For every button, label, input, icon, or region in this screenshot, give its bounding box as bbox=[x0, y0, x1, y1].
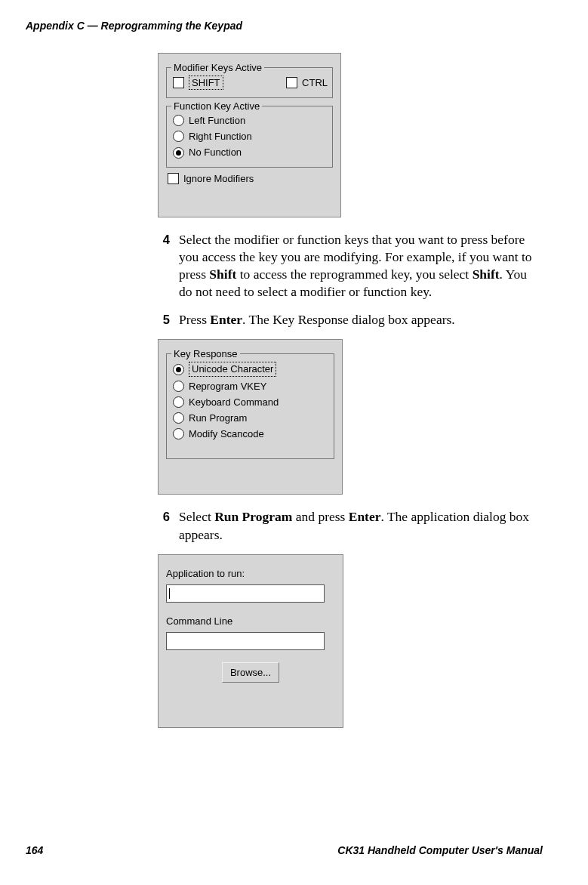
run-program-label: Run Program bbox=[189, 412, 247, 424]
step-5-text: Press Enter. The Key Response dialog box… bbox=[179, 311, 535, 328]
text-caret bbox=[169, 588, 170, 599]
no-function-radio[interactable] bbox=[173, 147, 184, 159]
step-6-text: Select Run Program and press Enter. The … bbox=[179, 508, 535, 543]
key-response-group: Key Response Unicode Character Reprogram… bbox=[166, 353, 334, 459]
reprogram-vkey-label: Reprogram VKEY bbox=[189, 380, 266, 393]
unicode-character-label: Unicode Character bbox=[189, 362, 276, 376]
step-5: 5 Press Enter. The Key Response dialog b… bbox=[158, 311, 535, 328]
ignore-modifiers-label: Ignore Modifiers bbox=[183, 172, 254, 185]
shift-label: SHIFT bbox=[189, 76, 223, 90]
function-key-group: Function Key Active Left Function Right … bbox=[166, 106, 333, 167]
browse-button[interactable]: Browse... bbox=[222, 662, 279, 683]
step-4-number: 4 bbox=[158, 231, 170, 301]
unicode-character-radio[interactable] bbox=[173, 364, 184, 375]
main-content: Modifier Keys Active SHIFT CTRL Function… bbox=[158, 53, 535, 728]
command-line-input[interactable] bbox=[166, 632, 325, 650]
run-program-radio[interactable] bbox=[173, 412, 184, 424]
modify-scancode-label: Modify Scancode bbox=[189, 427, 264, 440]
key-response-dialog-screenshot: Key Response Unicode Character Reprogram… bbox=[158, 339, 343, 495]
step-5-number: 5 bbox=[158, 311, 170, 328]
keyboard-command-label: Keyboard Command bbox=[189, 396, 279, 409]
step-4-text: Select the modifier or function keys tha… bbox=[179, 231, 535, 301]
keyboard-command-radio[interactable] bbox=[173, 396, 184, 408]
right-function-label: Right Function bbox=[189, 130, 252, 143]
shift-checkbox[interactable] bbox=[173, 77, 184, 88]
ignore-modifiers-checkbox[interactable] bbox=[168, 173, 179, 184]
key-response-legend: Key Response bbox=[171, 347, 240, 360]
application-to-run-input[interactable] bbox=[166, 584, 325, 603]
modifier-dialog-screenshot: Modifier Keys Active SHIFT CTRL Function… bbox=[158, 53, 341, 217]
application-dialog-screenshot: Application to run: Command Line Browse.… bbox=[158, 554, 343, 728]
manual-title: CK31 Handheld Computer User's Manual bbox=[337, 844, 543, 856]
page-number: 164 bbox=[26, 844, 43, 856]
running-header: Appendix C — Reprogramming the Keypad bbox=[26, 20, 543, 32]
step-6-number: 6 bbox=[158, 508, 170, 543]
application-to-run-label: Application to run: bbox=[166, 567, 335, 580]
step-6: 6 Select Run Program and press Enter. Th… bbox=[158, 508, 535, 543]
page: Appendix C — Reprogramming the Keypad Mo… bbox=[0, 0, 588, 885]
modifier-keys-legend: Modifier Keys Active bbox=[171, 61, 264, 74]
step-4: 4 Select the modifier or function keys t… bbox=[158, 231, 535, 301]
right-function-radio[interactable] bbox=[173, 131, 184, 142]
page-footer: 164 CK31 Handheld Computer User's Manual bbox=[26, 844, 543, 856]
no-function-label: No Function bbox=[189, 146, 242, 159]
command-line-label: Command Line bbox=[166, 615, 335, 628]
function-key-legend: Function Key Active bbox=[171, 100, 262, 113]
ctrl-checkbox[interactable] bbox=[286, 77, 297, 88]
modify-scancode-radio[interactable] bbox=[173, 428, 184, 439]
ctrl-label: CTRL bbox=[302, 76, 328, 89]
reprogram-vkey-radio[interactable] bbox=[173, 381, 184, 392]
left-function-label: Left Function bbox=[189, 114, 245, 127]
left-function-radio[interactable] bbox=[173, 115, 184, 126]
modifier-keys-group: Modifier Keys Active SHIFT CTRL bbox=[166, 67, 333, 98]
